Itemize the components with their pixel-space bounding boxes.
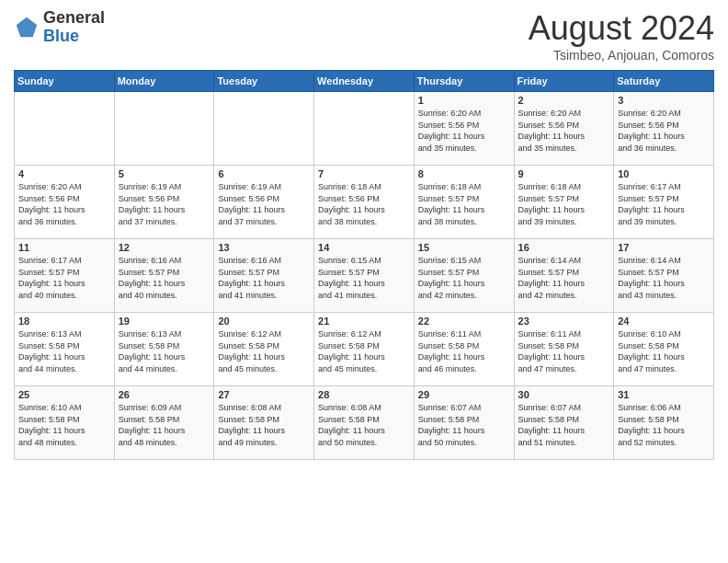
cell-daylight-info: Sunrise: 6:12 AM Sunset: 5:58 PM Dayligh… [318, 328, 410, 374]
calendar-cell: 22Sunrise: 6:11 AM Sunset: 5:58 PM Dayli… [414, 313, 514, 386]
calendar-cell: 20Sunrise: 6:12 AM Sunset: 5:58 PM Dayli… [214, 313, 314, 386]
cell-daylight-info: Sunrise: 6:13 AM Sunset: 5:58 PM Dayligh… [119, 328, 210, 374]
logo-general: General [43, 9, 105, 28]
cell-daylight-info: Sunrise: 6:20 AM Sunset: 5:56 PM Dayligh… [618, 108, 710, 154]
calendar-cell: 7Sunrise: 6:18 AM Sunset: 5:56 PM Daylig… [314, 166, 415, 239]
cell-daylight-info: Sunrise: 6:11 AM Sunset: 5:58 PM Dayligh… [518, 328, 610, 374]
day-number: 12 [119, 242, 210, 253]
calendar-cell: 17Sunrise: 6:14 AM Sunset: 5:57 PM Dayli… [614, 239, 714, 313]
week-row-1: 1Sunrise: 6:20 AM Sunset: 5:56 PM Daylig… [15, 92, 714, 166]
cell-daylight-info: Sunrise: 6:13 AM Sunset: 5:58 PM Dayligh… [18, 328, 110, 374]
calendar-cell: 18Sunrise: 6:13 AM Sunset: 5:58 PM Dayli… [15, 313, 115, 386]
day-number: 4 [18, 168, 110, 179]
calendar-cell: 4Sunrise: 6:20 AM Sunset: 5:56 PM Daylig… [15, 166, 115, 239]
calendar-cell: 27Sunrise: 6:08 AM Sunset: 5:58 PM Dayli… [214, 386, 314, 460]
calendar-cell: 9Sunrise: 6:18 AM Sunset: 5:57 PM Daylig… [514, 166, 614, 239]
day-number: 30 [518, 389, 610, 400]
calendar-cell: 6Sunrise: 6:19 AM Sunset: 5:56 PM Daylig… [214, 166, 314, 239]
cell-daylight-info: Sunrise: 6:16 AM Sunset: 5:57 PM Dayligh… [218, 255, 310, 301]
calendar-cell: 2Sunrise: 6:20 AM Sunset: 5:56 PM Daylig… [514, 92, 614, 166]
calendar-cell: 3Sunrise: 6:20 AM Sunset: 5:56 PM Daylig… [614, 92, 714, 166]
calendar-body: 1Sunrise: 6:20 AM Sunset: 5:56 PM Daylig… [15, 92, 714, 460]
day-number: 8 [418, 168, 510, 179]
calendar-cell: 29Sunrise: 6:07 AM Sunset: 5:58 PM Dayli… [414, 386, 514, 460]
header-row: Sunday Monday Tuesday Wednesday Thursday… [15, 71, 714, 92]
cell-daylight-info: Sunrise: 6:07 AM Sunset: 5:58 PM Dayligh… [518, 402, 610, 448]
header: General Blue August 2024 Tsimbeo, Anjoua… [14, 9, 714, 63]
day-number: 25 [18, 389, 110, 400]
calendar-cell: 21Sunrise: 6:12 AM Sunset: 5:58 PM Dayli… [314, 313, 415, 386]
cell-daylight-info: Sunrise: 6:18 AM Sunset: 5:56 PM Dayligh… [318, 181, 410, 227]
day-number: 2 [518, 95, 610, 106]
calendar-cell: 14Sunrise: 6:15 AM Sunset: 5:57 PM Dayli… [314, 239, 415, 313]
calendar-cell: 12Sunrise: 6:16 AM Sunset: 5:57 PM Dayli… [114, 239, 214, 313]
day-number: 29 [418, 389, 510, 400]
cell-daylight-info: Sunrise: 6:20 AM Sunset: 5:56 PM Dayligh… [418, 108, 510, 154]
day-number: 9 [518, 168, 610, 179]
calendar-cell: 8Sunrise: 6:18 AM Sunset: 5:57 PM Daylig… [414, 166, 514, 239]
calendar-cell: 13Sunrise: 6:16 AM Sunset: 5:57 PM Dayli… [214, 239, 314, 313]
calendar-cell: 28Sunrise: 6:08 AM Sunset: 5:58 PM Dayli… [314, 386, 415, 460]
day-number: 7 [318, 168, 410, 179]
logo-icon [14, 15, 40, 40]
week-row-5: 25Sunrise: 6:10 AM Sunset: 5:58 PM Dayli… [15, 386, 714, 460]
svg-marker-1 [18, 18, 36, 35]
calendar-cell [15, 92, 115, 166]
week-row-4: 18Sunrise: 6:13 AM Sunset: 5:58 PM Dayli… [15, 313, 714, 386]
calendar-cell: 5Sunrise: 6:19 AM Sunset: 5:56 PM Daylig… [114, 166, 214, 239]
cell-daylight-info: Sunrise: 6:10 AM Sunset: 5:58 PM Dayligh… [18, 402, 110, 448]
day-number: 18 [18, 316, 110, 327]
col-monday: Monday [114, 71, 214, 92]
cell-daylight-info: Sunrise: 6:18 AM Sunset: 5:57 PM Dayligh… [518, 181, 610, 227]
logo-blue: Blue [43, 28, 105, 46]
day-number: 15 [418, 242, 510, 253]
calendar-cell: 11Sunrise: 6:17 AM Sunset: 5:57 PM Dayli… [15, 239, 115, 313]
col-saturday: Saturday [614, 71, 714, 92]
calendar-cell [214, 92, 314, 166]
calendar-cell [314, 92, 415, 166]
calendar-cell: 15Sunrise: 6:15 AM Sunset: 5:57 PM Dayli… [414, 239, 514, 313]
day-number: 17 [618, 242, 710, 253]
cell-daylight-info: Sunrise: 6:19 AM Sunset: 5:56 PM Dayligh… [119, 181, 210, 227]
cell-daylight-info: Sunrise: 6:14 AM Sunset: 5:57 PM Dayligh… [518, 255, 610, 301]
day-number: 1 [418, 95, 510, 106]
day-number: 19 [119, 316, 210, 327]
cell-daylight-info: Sunrise: 6:15 AM Sunset: 5:57 PM Dayligh… [318, 255, 410, 301]
cell-daylight-info: Sunrise: 6:09 AM Sunset: 5:58 PM Dayligh… [119, 402, 210, 448]
cell-daylight-info: Sunrise: 6:17 AM Sunset: 5:57 PM Dayligh… [618, 181, 710, 227]
calendar-cell: 30Sunrise: 6:07 AM Sunset: 5:58 PM Dayli… [514, 386, 614, 460]
week-row-3: 11Sunrise: 6:17 AM Sunset: 5:57 PM Dayli… [15, 239, 714, 313]
day-number: 20 [218, 316, 310, 327]
day-number: 21 [318, 316, 410, 327]
day-number: 31 [618, 389, 710, 400]
cell-daylight-info: Sunrise: 6:18 AM Sunset: 5:57 PM Dayligh… [418, 181, 510, 227]
page-container: General Blue August 2024 Tsimbeo, Anjoua… [0, 0, 728, 465]
cell-daylight-info: Sunrise: 6:20 AM Sunset: 5:56 PM Dayligh… [518, 108, 610, 154]
col-thursday: Thursday [414, 71, 514, 92]
calendar-header: Sunday Monday Tuesday Wednesday Thursday… [15, 71, 714, 92]
day-number: 28 [318, 389, 410, 400]
calendar-cell: 26Sunrise: 6:09 AM Sunset: 5:58 PM Dayli… [114, 386, 214, 460]
day-number: 5 [119, 168, 210, 179]
col-sunday: Sunday [15, 71, 115, 92]
cell-daylight-info: Sunrise: 6:12 AM Sunset: 5:58 PM Dayligh… [218, 328, 310, 374]
day-number: 14 [318, 242, 410, 253]
calendar-table: Sunday Monday Tuesday Wednesday Thursday… [14, 70, 714, 460]
calendar-cell: 31Sunrise: 6:06 AM Sunset: 5:58 PM Dayli… [614, 386, 714, 460]
cell-daylight-info: Sunrise: 6:17 AM Sunset: 5:57 PM Dayligh… [18, 255, 110, 301]
calendar-cell: 19Sunrise: 6:13 AM Sunset: 5:58 PM Dayli… [114, 313, 214, 386]
cell-daylight-info: Sunrise: 6:15 AM Sunset: 5:57 PM Dayligh… [418, 255, 510, 301]
logo: General Blue [14, 9, 105, 46]
calendar-cell: 16Sunrise: 6:14 AM Sunset: 5:57 PM Dayli… [514, 239, 614, 313]
cell-daylight-info: Sunrise: 6:07 AM Sunset: 5:58 PM Dayligh… [418, 402, 510, 448]
day-number: 6 [218, 168, 310, 179]
cell-daylight-info: Sunrise: 6:11 AM Sunset: 5:58 PM Dayligh… [418, 328, 510, 374]
cell-daylight-info: Sunrise: 6:16 AM Sunset: 5:57 PM Dayligh… [119, 255, 210, 301]
cell-daylight-info: Sunrise: 6:19 AM Sunset: 5:56 PM Dayligh… [218, 181, 310, 227]
col-friday: Friday [514, 71, 614, 92]
day-number: 16 [518, 242, 610, 253]
calendar-cell: 25Sunrise: 6:10 AM Sunset: 5:58 PM Dayli… [15, 386, 115, 460]
calendar-cell: 23Sunrise: 6:11 AM Sunset: 5:58 PM Dayli… [514, 313, 614, 386]
calendar-cell [114, 92, 214, 166]
day-number: 22 [418, 316, 510, 327]
